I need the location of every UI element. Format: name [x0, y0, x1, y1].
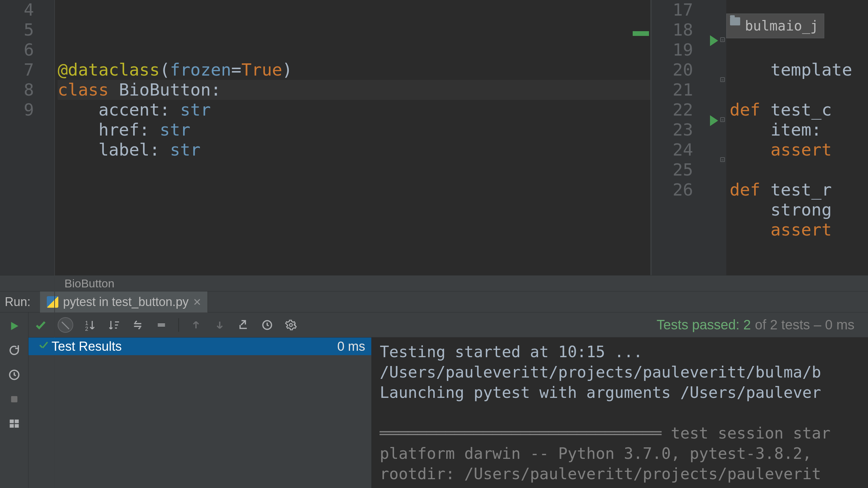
line-number: 7 — [0, 60, 34, 80]
line-number: 6 — [0, 40, 34, 60]
svg-rect-4 — [15, 420, 19, 423]
stop-button[interactable] — [7, 392, 22, 407]
left-gutter: 4 5 6 7 8 9 — [0, 0, 54, 275]
run-toolwindow-header: Run: pytest in test_button.py — [0, 291, 868, 312]
svg-text:1: 1 — [85, 320, 88, 326]
folder-icon — [730, 17, 740, 25]
fold-toggle-icon[interactable] — [720, 117, 725, 122]
test-tree[interactable]: Test Results 0 ms — [28, 338, 372, 488]
line-number: 5 — [0, 20, 34, 40]
show-ignored-icon[interactable] — [58, 317, 73, 333]
export-results-icon[interactable] — [237, 318, 250, 332]
layout-button[interactable] — [7, 416, 22, 431]
toggle-auto-test-button[interactable] — [7, 343, 22, 358]
breadcrumb-item[interactable]: BioButton — [64, 277, 114, 290]
run-left-toolbar — [0, 312, 28, 488]
right-run-gutter — [704, 0, 726, 275]
test-toolbar: 12 — [28, 312, 868, 338]
previous-failed-icon[interactable] — [189, 318, 203, 332]
svg-marker-0 — [11, 322, 18, 330]
file-path-chip[interactable]: bulmaio_j — [726, 14, 824, 38]
test-console[interactable]: Testing started at 10:15 .../Users/paule… — [372, 338, 868, 488]
svg-point-10 — [290, 323, 293, 326]
summary-total: of 2 tests – 0 ms — [755, 317, 854, 332]
run-test-icon[interactable] — [710, 115, 718, 126]
expand-all-icon[interactable] — [131, 318, 144, 332]
right-code-area[interactable]: bulmaio_j template def test_c item: asse… — [726, 0, 868, 275]
left-code-area[interactable]: @dataclass(frozen=True)class BioButton: … — [54, 0, 650, 275]
history-icon[interactable] — [260, 318, 274, 332]
rerun-button[interactable] — [7, 319, 22, 333]
sort-alphabetically-icon[interactable]: 12 — [83, 318, 97, 332]
test-results-node[interactable]: Test Results 0 ms — [28, 338, 371, 355]
svg-rect-5 — [9, 424, 14, 428]
svg-rect-3 — [9, 420, 14, 423]
collapse-all-icon[interactable] — [155, 318, 168, 332]
right-editor[interactable]: 17181920212223242526 bulmaio_j template … — [652, 0, 868, 275]
python-file-icon — [47, 296, 58, 308]
line-number: 8 — [0, 80, 34, 100]
vcs-change-marker — [633, 31, 649, 36]
run-tab-label: pytest in test_button.py — [63, 295, 189, 309]
svg-rect-6 — [15, 424, 19, 428]
summary-passed: Tests passed: 2 — [657, 317, 751, 332]
breadcrumb-bar[interactable]: BioButton — [0, 275, 868, 291]
fold-end-icon[interactable] — [720, 77, 725, 82]
svg-text:2: 2 — [85, 325, 88, 331]
line-number: 4 — [0, 0, 34, 20]
svg-rect-2 — [11, 396, 17, 403]
sort-by-duration-icon[interactable] — [107, 318, 121, 332]
show-passed-icon[interactable] — [34, 318, 47, 332]
tree-duration: 0 ms — [337, 339, 371, 354]
run-tab[interactable]: pytest in test_button.py — [40, 291, 208, 312]
next-failed-icon[interactable] — [213, 318, 226, 332]
chip-label: bulmaio_j — [745, 16, 818, 36]
left-editor[interactable]: 4 5 6 7 8 9 @dataclass(frozen=True)class… — [0, 0, 650, 275]
line-number: 9 — [0, 100, 34, 120]
run-test-icon[interactable] — [710, 35, 718, 46]
right-gutter: 17181920212223242526 — [652, 0, 704, 275]
rerun-failed-button[interactable] — [7, 367, 22, 382]
fold-end-icon[interactable] — [720, 157, 725, 162]
tests-summary: Tests passed: 2 of 2 tests – 0 ms — [657, 317, 868, 332]
settings-icon[interactable] — [284, 318, 298, 332]
run-title: Run: — [0, 295, 40, 309]
tree-label: Test Results — [52, 339, 122, 354]
fold-toggle-icon[interactable] — [720, 37, 725, 42]
test-pass-icon — [39, 342, 49, 350]
close-icon[interactable] — [193, 298, 201, 306]
